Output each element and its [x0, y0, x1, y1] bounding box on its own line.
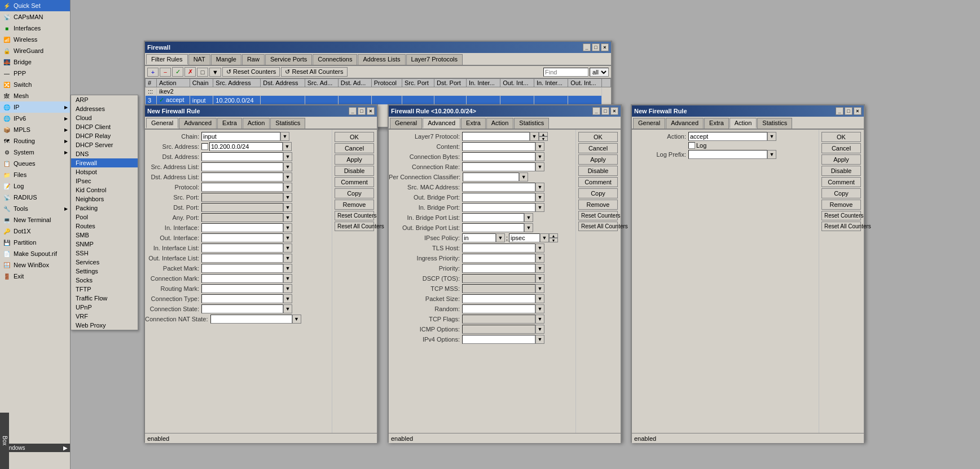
layer7-scroll-up[interactable]: ▲ [539, 132, 548, 136]
frd-reset-counters-button[interactable]: Reset Counters [578, 211, 618, 220]
tls-host-dropdown[interactable]: ▼ [535, 244, 544, 253]
nfw1-remove-button[interactable]: Remove [335, 200, 374, 210]
sidebar-item-ipv6[interactable]: 🌐 IPv6 ▶ [0, 113, 70, 124]
in-bridge-port-list-dropdown[interactable]: ▼ [524, 213, 533, 222]
tab-filter-rules[interactable]: Filter Rules [146, 54, 188, 65]
table-row-ikev2[interactable]: ::: ikev2 [146, 87, 611, 96]
frd-disable-button[interactable]: Disable [578, 166, 618, 176]
content-input[interactable] [462, 142, 535, 151]
connection-rate-dropdown[interactable]: ▼ [535, 162, 544, 171]
sidebar-item-mesh[interactable]: 🕸 Mesh [0, 90, 70, 101]
frd-tab-extra[interactable]: Extra [461, 118, 486, 129]
nfw1-tab-advanced[interactable]: Advanced [179, 118, 217, 129]
protocol-input[interactable] [201, 183, 283, 192]
tab-connections[interactable]: Connections [313, 54, 357, 65]
filter-select[interactable]: all [590, 68, 609, 77]
ipv4-options-dropdown[interactable]: ▼ [535, 335, 544, 344]
frd-maximize[interactable]: □ [601, 107, 609, 115]
nfw2-tab-extra[interactable]: Extra [704, 118, 729, 129]
submenu-dhcp-client[interactable]: DHCP Client [71, 122, 138, 131]
routing-mark-dropdown[interactable]: ▼ [283, 284, 292, 293]
chain-input[interactable] [201, 132, 280, 141]
nfw1-disable-button[interactable]: Disable [335, 166, 374, 176]
sidebar-item-makesupout[interactable]: 📄 Make Supout.rif [0, 248, 70, 259]
sidebar-item-mpls[interactable]: 📦 MPLS ▶ [0, 124, 70, 135]
frd-comment-button[interactable]: Comment [578, 177, 618, 187]
submenu-settings[interactable]: Settings [71, 267, 138, 276]
submenu-arp[interactable]: ARP [71, 95, 138, 104]
sidebar-item-newwinbox[interactable]: 🪟 New WinBox [0, 259, 70, 271]
tab-raw[interactable]: Raw [242, 54, 265, 65]
submenu-cloud[interactable]: Cloud [71, 113, 138, 122]
nfw1-tab-statistics[interactable]: Statistics [270, 118, 305, 129]
sidebar-item-partition[interactable]: 💾 Partition [0, 237, 70, 248]
in-bridge-port-dropdown[interactable]: ▼ [535, 203, 544, 212]
frd-tab-general[interactable]: General [390, 118, 422, 129]
priority-input[interactable] [462, 264, 535, 273]
nfw2-minimize[interactable]: _ [836, 107, 843, 115]
nfw2-tab-general[interactable]: General [633, 118, 665, 129]
src-address-input[interactable] [209, 142, 283, 151]
connection-mark-dropdown[interactable]: ▼ [283, 274, 292, 283]
ipsec-scroll-down[interactable]: ▼ [549, 238, 558, 242]
routing-mark-input[interactable] [201, 284, 283, 293]
nfw1-tab-extra[interactable]: Extra [217, 118, 242, 129]
dst-address-list-dropdown[interactable]: ▼ [283, 172, 292, 182]
tcp-mss-input[interactable] [462, 284, 535, 293]
sidebar-item-files[interactable]: 📁 Files [0, 169, 70, 180]
frd-ok-button[interactable]: OK [578, 132, 618, 142]
src-address-dropdown[interactable]: ▼ [283, 142, 292, 151]
submenu-routes[interactable]: Routes [71, 222, 138, 231]
nfw2-close[interactable]: × [854, 107, 862, 115]
src-mac-dropdown[interactable]: ▼ [535, 183, 544, 192]
submenu-kid-control[interactable]: Kid Control [71, 185, 138, 194]
action-input[interactable] [688, 132, 767, 141]
sidebar-item-ip[interactable]: 🌐 IP ▶ [0, 101, 70, 113]
nfw1-minimize[interactable]: _ [349, 107, 357, 115]
dscp-input[interactable] [462, 274, 535, 283]
sidebar-item-wireless[interactable]: 📶 Wireless [0, 34, 70, 45]
out-bridge-port-list-dropdown[interactable]: ▼ [524, 223, 533, 232]
sidebar-item-wireguard[interactable]: 🔒 WireGuard [0, 45, 70, 56]
sidebar-item-dot1x[interactable]: 🔑 Dot1X [0, 225, 70, 237]
submenu-tftp[interactable]: TFTP [71, 285, 138, 294]
filter-button[interactable]: ▼ [209, 68, 221, 77]
remove-rule-button[interactable]: − [160, 68, 171, 77]
chain-dropdown[interactable]: ▼ [280, 132, 289, 141]
submenu-ssh[interactable]: SSH [71, 249, 138, 258]
content-dropdown[interactable]: ▼ [535, 142, 544, 151]
dst-port-dropdown[interactable]: ▼ [283, 203, 292, 212]
in-interface-list-input[interactable] [201, 244, 283, 253]
nfw1-cancel-button[interactable]: Cancel [335, 143, 374, 153]
out-interface-list-input[interactable] [201, 254, 283, 263]
action-dropdown[interactable]: ▼ [767, 132, 776, 141]
nfw2-apply-button[interactable]: Apply [821, 154, 861, 165]
out-interface-input[interactable] [201, 233, 283, 242]
out-interface-list-dropdown[interactable]: ▼ [283, 254, 292, 263]
tls-host-input[interactable] [462, 244, 535, 253]
add-rule-button[interactable]: + [147, 68, 159, 77]
connection-bytes-input[interactable] [462, 152, 535, 161]
nfw2-copy-button[interactable]: Copy [821, 188, 861, 198]
src-address-checkbox[interactable] [201, 143, 208, 150]
per-connection-input[interactable] [463, 172, 519, 182]
connection-mark-input[interactable] [201, 274, 283, 283]
submenu-socks[interactable]: Socks [71, 276, 138, 285]
submenu-traffic-flow[interactable]: Traffic Flow [71, 294, 138, 303]
windows-section[interactable]: Windows ▶ [0, 444, 70, 452]
packet-mark-dropdown[interactable]: ▼ [283, 264, 292, 273]
sidebar-item-exit[interactable]: 🚪 Exit [0, 271, 70, 282]
submenu-upnp[interactable]: UPnP [71, 303, 138, 312]
src-address-list-dropdown[interactable]: ▼ [283, 162, 292, 171]
nfw2-maximize[interactable]: □ [845, 107, 852, 115]
nfw2-cancel-button[interactable]: Cancel [821, 143, 861, 153]
protocol-dropdown[interactable]: ▼ [283, 183, 292, 192]
enable-rule-button[interactable]: ✓ [172, 67, 183, 77]
submenu-neighbors[interactable]: Neighbors [71, 194, 138, 203]
disable-rule-button[interactable]: ✗ [184, 67, 196, 77]
any-port-input[interactable] [201, 213, 283, 222]
tab-address-lists[interactable]: Address Lists [358, 54, 405, 65]
submenu-web-proxy[interactable]: Web Proxy [71, 321, 138, 330]
nfw1-tab-action[interactable]: Action [243, 118, 270, 129]
src-port-dropdown[interactable]: ▼ [283, 193, 292, 202]
